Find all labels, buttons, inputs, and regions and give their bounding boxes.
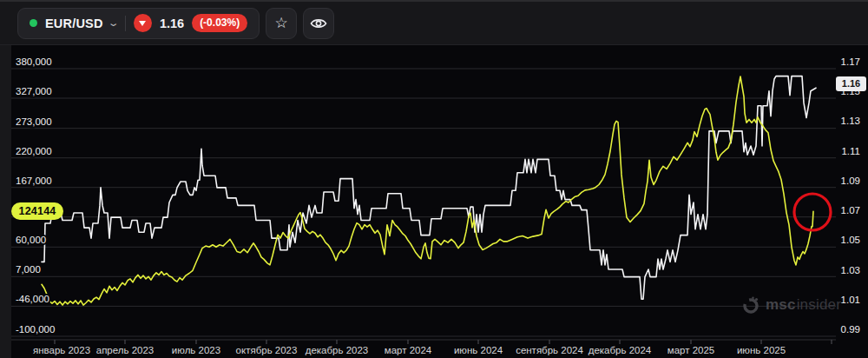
y-axis-left-label: 273,000	[16, 116, 52, 127]
y-axis-right-label: 1.09	[841, 176, 860, 186]
y-axis-right-label: 1.05	[841, 235, 860, 245]
positions-series-line	[42, 76, 813, 305]
current-value-badge-left: 124144	[11, 202, 63, 220]
current-price-badge-right: 1.16	[836, 76, 866, 91]
y-axis-left-label: -46,000	[16, 294, 49, 304]
y-axis-left-label: 327,000	[16, 86, 52, 96]
y-axis-left-label: 7,000	[16, 264, 41, 275]
x-axis-label: март 2024	[385, 345, 432, 355]
chart-canvas[interactable]: 380,000327,000273,000220,000167,00060,00…	[0, 0, 868, 358]
y-axis-right-label: 1.13	[841, 116, 860, 126]
x-axis-label: декабрь 2024	[589, 345, 652, 355]
x-axis-label: сентябрь 2024	[516, 345, 583, 355]
y-axis-right-label: 1.01	[841, 295, 860, 305]
y-axis-left-label: 60,000	[16, 235, 46, 245]
y-axis-right-label: 1.17	[841, 56, 860, 67]
watermark-logo-icon	[742, 295, 761, 315]
trading-chart-app: EUR/USD ⌄ 1.16 (-0.03%) ☆ 380,000327,000…	[0, 0, 868, 358]
y-axis-left-label: 220,000	[16, 146, 52, 156]
y-axis-right-label: 1.11	[841, 146, 860, 156]
x-axis-label: июль 2023	[172, 345, 220, 355]
x-axis-label: апрель 2023	[96, 345, 155, 355]
x-axis-label: июнь 2024	[454, 345, 503, 355]
y-axis-left-label: 380,000	[16, 56, 52, 67]
y-axis-right-label: 1.03	[841, 265, 860, 275]
x-axis-label: октябрь 2023	[236, 345, 298, 355]
y-axis-left-label: -100,000	[16, 324, 55, 335]
x-axis-label: декабрь 2023	[306, 345, 369, 355]
watermark: msc insider	[742, 295, 841, 315]
x-axis-label: июнь 2025	[737, 345, 786, 355]
watermark-brand-bold: msc	[766, 296, 796, 314]
y-axis-right-label: 0.99	[841, 324, 860, 335]
y-axis-right-label: 1.07	[841, 205, 860, 215]
x-axis-label: март 2025	[667, 345, 715, 355]
x-axis-label: январь 2023	[33, 345, 90, 355]
y-axis-left-label: 167,000	[16, 176, 52, 186]
watermark-brand-light: insider	[797, 296, 841, 314]
